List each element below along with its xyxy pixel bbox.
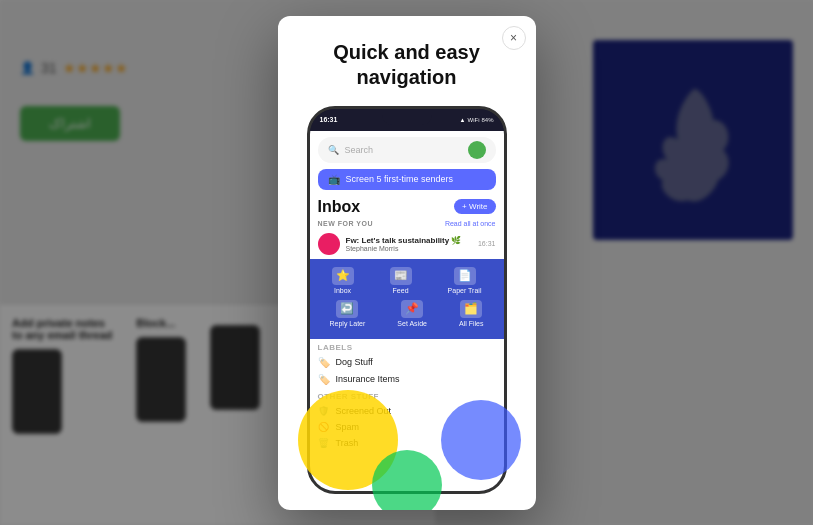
write-button[interactable]: + Write <box>454 199 495 214</box>
nav-row-2: ↩️ Reply Later 📌 Set Aside 🗂️ All Files <box>314 300 500 327</box>
search-bar[interactable]: 🔍 Search <box>318 137 496 163</box>
nav-all-files[interactable]: 🗂️ All Files <box>459 300 484 327</box>
nav-row-1: ⭐ Inbox 📰 Feed 📄 Paper Trail <box>314 267 500 294</box>
screen-banner: 📺 Screen 5 first-time senders <box>318 169 496 190</box>
label-insurance-items[interactable]: 🏷️ Insurance Items <box>310 371 504 388</box>
user-avatar <box>468 141 486 159</box>
email-avatar <box>318 233 340 255</box>
email-sender-name: Stephanie Morris <box>346 245 472 252</box>
battery-icon: 84% <box>481 117 493 123</box>
email-subject: Fw: Let's talk sustainability 🌿 <box>346 236 472 245</box>
label-name-1: Dog Stuff <box>336 357 373 367</box>
signal-icon: ▲ <box>460 117 466 123</box>
nav-set-aside[interactable]: 📌 Set Aside <box>397 300 427 327</box>
bottom-navigation: ⭐ Inbox 📰 Feed 📄 Paper Trail ↩️ <box>310 259 504 339</box>
nfy-label: NEW FOR YOU <box>318 220 374 227</box>
nav-set-aside-label: Set Aside <box>397 320 427 327</box>
nav-feed[interactable]: 📰 Feed <box>390 267 412 294</box>
labels-section-header: LABELS <box>310 339 504 354</box>
nav-inbox-label: Inbox <box>334 287 351 294</box>
set-aside-nav-icon: 📌 <box>401 300 423 318</box>
inbox-header: Inbox + Write <box>310 194 504 218</box>
search-placeholder: Search <box>345 145 374 155</box>
inbox-nav-icon: ⭐ <box>332 267 354 285</box>
nav-reply-later[interactable]: ↩️ Reply Later <box>330 300 366 327</box>
close-button[interactable]: × <box>502 26 526 50</box>
modal-dialog: × Quick and easy navigation 16:31 ▲ WiFi… <box>278 16 536 510</box>
search-icon: 🔍 <box>328 145 339 155</box>
wifi-icon: WiFi <box>467 117 479 123</box>
nav-all-files-label: All Files <box>459 320 484 327</box>
modal-title: Quick and easy navigation <box>298 40 516 90</box>
banner-icon: 📺 <box>328 174 340 185</box>
label-dog-stuff[interactable]: 🏷️ Dog Stuff <box>310 354 504 371</box>
nav-feed-label: Feed <box>393 287 409 294</box>
label-tag-icon-1: 🏷️ <box>318 357 330 368</box>
email-content: Fw: Let's talk sustainability 🌿 Stephani… <box>346 236 472 252</box>
new-for-you-row: NEW FOR YOU Read all at once <box>310 218 504 229</box>
inbox-title: Inbox <box>318 198 361 216</box>
nav-reply-later-label: Reply Later <box>330 320 366 327</box>
email-row[interactable]: Fw: Let's talk sustainability 🌿 Stephani… <box>310 229 504 259</box>
phone-status-bar: 16:31 ▲ WiFi 84% <box>310 109 504 131</box>
email-time: 16:31 <box>478 240 496 247</box>
reply-later-nav-icon: ↩️ <box>336 300 358 318</box>
phone-notch <box>382 111 432 125</box>
banner-text: Screen 5 first-time senders <box>346 174 454 184</box>
blue-circle <box>441 400 521 480</box>
label-name-2: Insurance Items <box>336 374 400 384</box>
phone-status-right: ▲ WiFi 84% <box>460 117 494 123</box>
paper-trail-nav-icon: 📄 <box>454 267 476 285</box>
phone-time: 16:31 <box>320 116 338 123</box>
feed-nav-icon: 📰 <box>390 267 412 285</box>
label-tag-icon-2: 🏷️ <box>318 374 330 385</box>
read-all-link[interactable]: Read all at once <box>445 220 496 227</box>
all-files-nav-icon: 🗂️ <box>460 300 482 318</box>
nav-paper-trail-label: Paper Trail <box>448 287 482 294</box>
nav-paper-trail[interactable]: 📄 Paper Trail <box>448 267 482 294</box>
nav-inbox[interactable]: ⭐ Inbox <box>332 267 354 294</box>
